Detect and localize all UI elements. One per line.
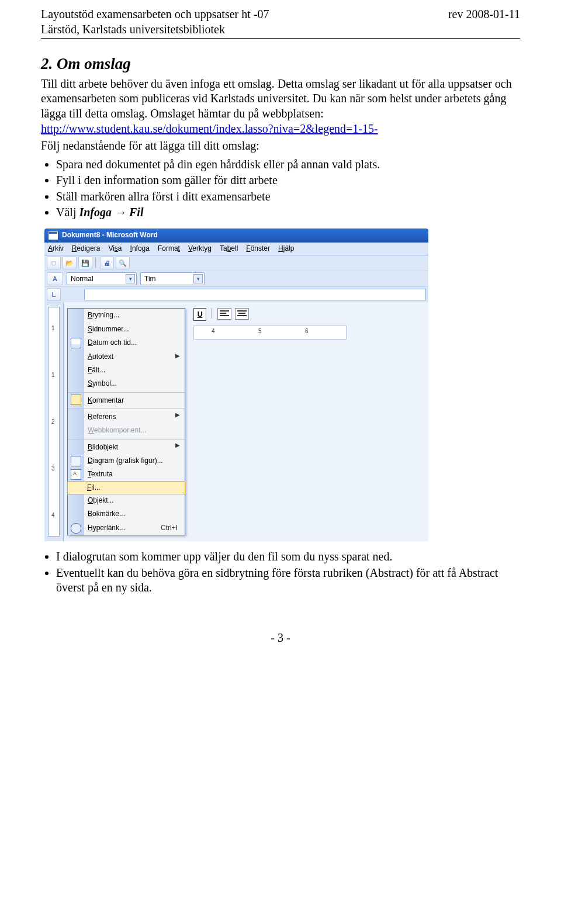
font-combo[interactable]: Tim▾: [140, 272, 205, 285]
download-link[interactable]: http://www.student.kau.se/dokument/index…: [41, 122, 378, 135]
toolbar-separator: [211, 308, 213, 319]
submenu-arrow-icon: ▶: [175, 352, 180, 360]
menu-tabell[interactable]: Tabell: [220, 244, 238, 253]
menu-item-brytning[interactable]: Brytning...: [68, 309, 185, 322]
list-item: I dialogrutan som kommer upp väljer du d…: [56, 549, 520, 565]
header-left-line2: Lärstöd, Karlstads universitetsbibliotek: [41, 22, 520, 37]
formatting-toolbar: A Normal▾ Tim▾: [44, 271, 428, 286]
preview-icon[interactable]: 🔍: [116, 257, 130, 269]
align-center-icon[interactable]: [235, 308, 249, 320]
bullet-list-b: I dialogrutan som kommer upp väljer du d…: [56, 549, 520, 596]
dia-icon: [71, 456, 81, 466]
menu-infoga[interactable]: Infoga: [130, 244, 150, 253]
follow-intro: Följ nedanstående för att lägga till dit…: [41, 139, 520, 154]
menu-item-referens[interactable]: Referens▶: [68, 409, 185, 424]
hyp-icon: [71, 523, 81, 534]
open-icon[interactable]: 📂: [63, 257, 77, 269]
menu-item-bokmärke[interactable]: Bokmärke...: [68, 507, 185, 521]
menu-item-symbol[interactable]: Symbol...: [68, 377, 185, 390]
header-right-line1: rev 2008-01-11: [448, 7, 520, 22]
menu-item-diagram-grafisk-figur[interactable]: Diagram (grafisk figur)...: [68, 454, 185, 468]
menu-hjalp[interactable]: Hjälp: [278, 244, 294, 253]
shortcut-label: Ctrl+I: [161, 524, 178, 532]
new-doc-icon[interactable]: □: [47, 257, 61, 269]
txt-icon: [71, 469, 81, 480]
menu-item-fil[interactable]: Fil...: [67, 481, 185, 494]
menu-arkiv[interactable]: Arkiv: [48, 244, 64, 253]
intro-paragraph: Till ditt arbete behöver du även infoga …: [41, 77, 520, 136]
com-icon: [71, 394, 81, 405]
cal-icon: [71, 338, 81, 348]
menu-item-objekt[interactable]: Objekt...: [68, 494, 185, 507]
word-screenshot: Dokument8 - Microsoft Word Arkiv Rediger…: [44, 229, 428, 541]
section-title: 2. Om omslag: [41, 54, 520, 74]
print-icon[interactable]: 🖨: [100, 257, 114, 269]
menu-format[interactable]: Format: [158, 244, 180, 253]
horizontal-ruler[interactable]: [84, 289, 426, 300]
list-item: Ställ markören allra först i ditt examen…: [56, 189, 520, 205]
list-item: Eventuellt kan du behöva göra en sidbryt…: [56, 566, 520, 596]
menu-item-textruta[interactable]: Textruta: [68, 468, 185, 481]
menu-item-kommentar[interactable]: Kommentar: [68, 392, 185, 407]
menu-item-autotext[interactable]: Autotext▶: [68, 350, 185, 364]
menu-item-bildobjekt[interactable]: Bildobjekt▶: [68, 439, 185, 454]
list-item: Fyll i den information som gäller för di…: [56, 173, 520, 188]
header-rule: [41, 38, 520, 39]
menu-visa[interactable]: Visa: [108, 244, 122, 253]
menu-item-datum-och-tid[interactable]: Datum och tid...: [68, 336, 185, 349]
menu-bar: Arkiv Redigera Visa Infoga Format Verkty…: [44, 243, 428, 255]
menu-item-hyperlänk[interactable]: Hyperlänk...Ctrl+I: [68, 521, 185, 535]
submenu-arrow-icon: ▶: [175, 411, 180, 419]
standard-toolbar: □ 📂 💾 🖨 🔍: [44, 255, 428, 271]
chevron-down-icon: ▾: [193, 274, 203, 283]
list-item: Spara ned dokumentet på din egen hårddis…: [56, 157, 520, 172]
infoga-dropdown-menu: Brytning...Sidnummer...Datum och tid...A…: [67, 308, 185, 535]
chevron-down-icon: ▾: [126, 274, 135, 283]
header-left-line1: Layoutstöd examensarbeten och uppsatser …: [41, 7, 269, 22]
vertical-ruler[interactable]: 1 1 2 3 4: [44, 302, 64, 541]
align-left-icon[interactable]: [217, 308, 231, 320]
menu-verktyg[interactable]: Verktyg: [188, 244, 212, 253]
underline-icon[interactable]: U: [193, 308, 206, 321]
style-combo[interactable]: Normal▾: [67, 272, 137, 285]
arrow-icon: →: [115, 206, 126, 219]
ruler-bar: L: [44, 286, 428, 302]
list-item: Välj Infoga → Fil: [56, 205, 520, 220]
menu-item-sidnummer[interactable]: Sidnummer...: [68, 323, 185, 336]
bullet-list-a: Spara ned dokumentet på din egen hårddis…: [56, 157, 520, 220]
submenu-arrow-icon: ▶: [175, 442, 180, 449]
menu-item-fält[interactable]: Fält...: [68, 364, 185, 377]
window-title: Dokument8 - Microsoft Word: [62, 231, 158, 240]
toolbar-separator: [95, 258, 97, 268]
ruler-right-part: 4 5 6: [193, 326, 347, 340]
menu-fonster[interactable]: Fönster: [246, 244, 270, 253]
save-icon[interactable]: 💾: [78, 257, 92, 269]
menu-item-webbkomponent[interactable]: Webbkomponent...: [68, 424, 185, 437]
style-pane-icon[interactable]: A: [47, 272, 63, 285]
window-titlebar: Dokument8 - Microsoft Word: [44, 229, 428, 243]
page-number: - 3 -: [41, 631, 520, 646]
tab-align-icon[interactable]: L: [47, 288, 61, 301]
word-icon: [48, 231, 58, 240]
menu-redigera[interactable]: Redigera: [72, 244, 101, 253]
